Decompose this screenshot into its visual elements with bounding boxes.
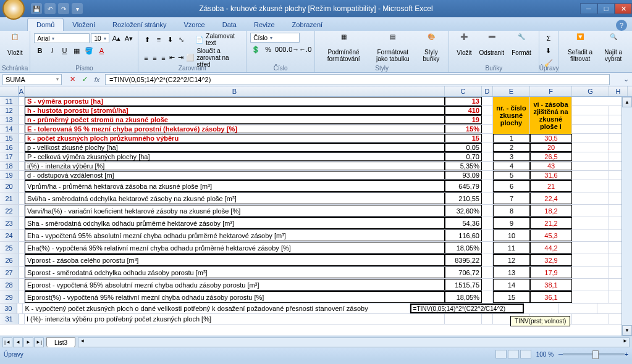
cell[interactable]: 1 bbox=[493, 134, 530, 143]
cell[interactable]: 15% bbox=[445, 125, 482, 133]
cell[interactable] bbox=[19, 279, 25, 291]
row-header[interactable]: 20 bbox=[0, 180, 19, 192]
cell[interactable]: 93,09 bbox=[445, 171, 482, 180]
cell[interactable] bbox=[19, 162, 25, 170]
cell[interactable]: 8 bbox=[493, 205, 530, 217]
border-button[interactable]: ▦ bbox=[71, 45, 82, 56]
cell[interactable]: 13 bbox=[445, 97, 482, 105]
fx-icon[interactable]: fx bbox=[91, 74, 103, 85]
align-right-icon[interactable]: ≡ bbox=[159, 52, 167, 64]
cell[interactable]: 38,1 bbox=[530, 279, 572, 291]
cell[interactable] bbox=[572, 217, 609, 229]
cell[interactable]: 18,05% bbox=[445, 242, 482, 254]
horizontal-scrollbar[interactable] bbox=[78, 337, 630, 347]
indent-inc-icon[interactable]: ⇥ bbox=[177, 52, 184, 64]
undo-icon[interactable]: ↶ bbox=[44, 3, 56, 14]
row-header[interactable]: 21 bbox=[0, 192, 19, 204]
cell[interactable]: 17,9 bbox=[530, 267, 572, 278]
view-normal-icon[interactable] bbox=[495, 350, 507, 358]
cell[interactable] bbox=[572, 205, 609, 217]
cell[interactable]: i(%) - intenzita výběru [%] bbox=[25, 162, 445, 170]
align-left-icon[interactable]: ≡ bbox=[142, 52, 150, 64]
cond-format-button[interactable]: ▦Podmíněné formátování bbox=[319, 32, 368, 64]
cell[interactable] bbox=[19, 242, 25, 254]
header-cell[interactable]: nr. - číslo zkusné plochy bbox=[493, 97, 530, 134]
row-header[interactable]: 31 bbox=[0, 314, 19, 324]
cell[interactable] bbox=[482, 192, 493, 204]
cell[interactable]: 14 bbox=[493, 279, 530, 291]
cell[interactable]: Eporost(%) - vypočtená 95% relativní mez… bbox=[25, 291, 445, 303]
fill-color-button[interactable]: 🪣 bbox=[83, 45, 95, 56]
cell[interactable] bbox=[19, 106, 25, 115]
cell[interactable]: 2 bbox=[493, 143, 530, 152]
col-header-D[interactable]: D bbox=[482, 86, 493, 96]
redo-icon[interactable]: ↷ bbox=[58, 3, 69, 14]
office-button[interactable] bbox=[2, 0, 25, 20]
cancel-formula-icon[interactable]: ✕ bbox=[67, 74, 78, 85]
fill-icon[interactable]: ⬇ bbox=[543, 45, 554, 56]
col-header-E[interactable]: E bbox=[493, 86, 530, 96]
format-cells-button[interactable]: 🔧Formát bbox=[508, 32, 535, 64]
formula-expand-icon[interactable]: ⌄ bbox=[621, 75, 631, 83]
cell[interactable]: S - výměra porostu [ha] bbox=[25, 97, 445, 105]
delete-cells-button[interactable]: ➖Odstranit bbox=[476, 32, 508, 64]
cell[interactable]: n - průměrný počet stromů na zkusné ploš… bbox=[25, 115, 445, 124]
sheet-last-icon[interactable]: ►| bbox=[34, 337, 44, 347]
cell[interactable]: 20 bbox=[530, 143, 572, 152]
zoom-in-icon[interactable]: + bbox=[625, 351, 628, 358]
cell[interactable]: 4 bbox=[493, 162, 530, 170]
cell[interactable]: p - velikost zkusné plochy [ha] bbox=[25, 143, 445, 152]
cell[interactable] bbox=[482, 125, 493, 133]
view-layout-icon[interactable] bbox=[508, 350, 519, 358]
cell[interactable] bbox=[524, 304, 558, 313]
cell[interactable]: Sporost - směrodatná odchylka odhadu zás… bbox=[25, 267, 445, 278]
cell[interactable]: 210,55 bbox=[445, 192, 482, 204]
cell[interactable]: 9 bbox=[493, 217, 530, 229]
cell[interactable]: 44,2 bbox=[530, 242, 572, 254]
row-header[interactable]: 23 bbox=[0, 217, 19, 229]
shrink-font-icon[interactable]: A▾ bbox=[123, 33, 134, 44]
cell[interactable]: 45,3 bbox=[530, 230, 572, 241]
number-format-dropdown[interactable]: Číslo bbox=[250, 33, 300, 43]
cell[interactable] bbox=[572, 171, 609, 180]
cell[interactable] bbox=[19, 143, 25, 152]
row-header[interactable]: 28 bbox=[0, 279, 19, 291]
cell[interactable]: 18,2 bbox=[530, 205, 572, 217]
cell[interactable] bbox=[482, 314, 493, 324]
row-header[interactable]: 22 bbox=[0, 205, 19, 217]
sheet-next-icon[interactable]: ► bbox=[23, 337, 33, 347]
cell[interactable] bbox=[482, 134, 493, 143]
wrap-text-button[interactable]: 📄 bbox=[195, 34, 204, 45]
cell[interactable]: 410 bbox=[445, 106, 482, 115]
row-header[interactable]: 25 bbox=[0, 242, 19, 254]
align-top-icon[interactable]: ⬆ bbox=[142, 34, 152, 45]
row-header[interactable]: 29 bbox=[0, 291, 19, 303]
cell[interactable] bbox=[19, 134, 25, 143]
cell[interactable] bbox=[19, 115, 25, 124]
tab-view[interactable]: Zobrazení bbox=[284, 19, 332, 31]
maximize-button[interactable]: □ bbox=[597, 3, 615, 14]
col-header-H[interactable]: H bbox=[609, 86, 628, 96]
cell[interactable] bbox=[572, 314, 609, 324]
cell[interactable] bbox=[572, 143, 609, 152]
zoom-level[interactable]: 100 % bbox=[536, 351, 554, 358]
cell[interactable] bbox=[19, 230, 25, 241]
cell[interactable]: 12 bbox=[493, 254, 530, 266]
cell[interactable] bbox=[572, 230, 609, 241]
cell[interactable] bbox=[19, 97, 25, 105]
grow-font-icon[interactable]: A▴ bbox=[111, 33, 122, 44]
cell[interactable]: 10 bbox=[493, 230, 530, 241]
cell[interactable]: 31,6 bbox=[530, 171, 572, 180]
cell[interactable] bbox=[482, 171, 493, 180]
cell[interactable] bbox=[19, 254, 25, 266]
name-box[interactable]: SUMA bbox=[2, 74, 62, 85]
cell[interactable] bbox=[482, 162, 493, 170]
cell[interactable]: =TINV(0,05;14)^2*(C22^2/C14^2) bbox=[410, 304, 525, 313]
cell[interactable] bbox=[19, 192, 25, 204]
cell[interactable] bbox=[572, 267, 609, 278]
autosum-icon[interactable]: Σ bbox=[543, 33, 554, 44]
indent-dec-icon[interactable]: ⇤ bbox=[168, 52, 175, 64]
font-size-dropdown[interactable]: 10 bbox=[91, 33, 109, 43]
row-header[interactable]: 11 bbox=[0, 97, 19, 105]
cell[interactable]: K - vypočtený počet zkusných ploch o dan… bbox=[23, 304, 410, 313]
